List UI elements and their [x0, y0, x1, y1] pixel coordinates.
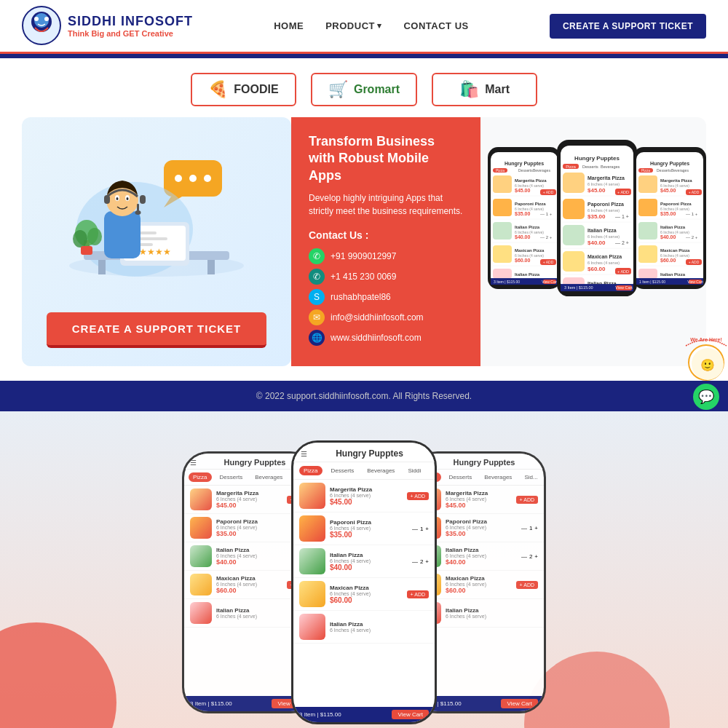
- cat-beverages-center: Beverages: [363, 466, 399, 475]
- contact-item-web: 🌐 www.siddhiinfosoft.com: [309, 330, 463, 346]
- svg-text:View Cart: View Cart: [615, 285, 633, 290]
- svg-text:$40.00: $40.00: [515, 234, 531, 240]
- food-serve: 6 Inches (4 serve): [330, 493, 403, 498]
- we-are-here-icon: 🙂: [691, 347, 724, 381]
- add-button[interactable]: + ADD: [516, 581, 538, 589]
- whatsapp-icon: ✆: [309, 248, 325, 264]
- header-support-btn[interactable]: CREATE A SUPPORT TICKET: [550, 14, 706, 39]
- svg-text:— 1 +: — 1 +: [686, 212, 698, 216]
- food-serve: 6 Inches (4 serve): [216, 525, 288, 530]
- svg-point-26: [135, 210, 141, 215]
- food-price: $45.00: [216, 502, 282, 509]
- svg-text:Desserts: Desserts: [582, 165, 598, 169]
- view-cart-btn[interactable]: View Cart: [501, 699, 538, 708]
- svg-text:$35.00: $35.00: [587, 213, 606, 220]
- svg-text:1 Item | $115.00: 1 Item | $115.00: [639, 280, 665, 284]
- food-name: Italian Pizza: [330, 621, 429, 628]
- create-ticket-button[interactable]: CREATE A SUPPORT TICKET: [47, 312, 266, 348]
- add-button[interactable]: + ADD: [407, 492, 429, 500]
- nav-contact[interactable]: CONTACT US: [403, 20, 468, 31]
- view-cart-btn[interactable]: View Cart: [392, 710, 429, 719]
- svg-rect-62: [493, 245, 512, 263]
- svg-text:+ ADD: + ADD: [543, 260, 554, 264]
- illustration-area: ★★★★★: [36, 132, 277, 305]
- food-details: Margerita Pizza 6 Inches (4 serve) $45.0…: [330, 486, 403, 506]
- food-name: Italian Pizza: [446, 547, 517, 553]
- food-details: Maxican Pizza 6 Inches (4 serve) $60.00: [330, 585, 403, 604]
- cat-desserts-center: Desserts: [327, 466, 359, 475]
- qty-control: —1+: [412, 526, 429, 532]
- food-image: [190, 545, 212, 567]
- svg-text:— 2 +: — 2 +: [686, 235, 698, 240]
- svg-text:Pizza: Pizza: [496, 168, 505, 173]
- food-price: $40.00: [446, 558, 517, 566]
- svg-text:$35.00: $35.00: [515, 211, 531, 217]
- food-serve: 6 Inches (4 serve): [446, 496, 512, 502]
- tab-mart[interactable]: 🛍️ Mart: [432, 73, 537, 106]
- contact-item-whatsapp: ✆ +91 9909012997: [309, 248, 463, 264]
- svg-rect-21: [104, 211, 141, 258]
- svg-text:Maxican Pizza: Maxican Pizza: [587, 254, 622, 259]
- add-button[interactable]: + ADD: [516, 496, 538, 504]
- contact-phone2: +1 415 230 0069: [331, 272, 396, 282]
- svg-rect-50: [493, 199, 512, 216]
- svg-text:$60.00: $60.00: [660, 258, 676, 264]
- svg-text:+ ADD: + ADD: [617, 190, 629, 194]
- svg-rect-25: [137, 204, 139, 211]
- food-name: Italian Pizza: [446, 607, 538, 614]
- svg-text:Beverages: Beverages: [533, 168, 550, 173]
- svg-text:Maxican Pizza: Maxican Pizza: [660, 248, 690, 253]
- svg-text:Italian Pizza: Italian Pizza: [587, 228, 617, 233]
- footer-copyright: © 2022 support.siddhiinfosoft.com. All R…: [256, 391, 472, 401]
- svg-rect-56: [493, 222, 512, 240]
- bottom-section: ☰ Hungry Pupptes Pizza Desserts Beverage…: [0, 411, 728, 728]
- svg-text:Desserts: Desserts: [518, 168, 533, 173]
- svg-rect-69: [493, 269, 512, 279]
- email-icon: ✉: [309, 309, 325, 325]
- skype-icon: S: [309, 289, 325, 305]
- food-serve: 6 Inches (4 serve): [446, 525, 517, 530]
- food-image: [299, 515, 325, 542]
- food-image: [190, 574, 212, 596]
- food-details: Maxican Pizza 6 Inches (4 serve) $60.00: [446, 575, 512, 594]
- svg-text:Margerita Pizza: Margerita Pizza: [660, 178, 692, 183]
- svg-rect-101: [563, 251, 585, 272]
- svg-point-4: [44, 17, 49, 21]
- food-serve: 6 Inches (4 serve): [330, 628, 429, 633]
- food-name: Paporoni Pizza: [216, 518, 288, 525]
- svg-text:Pizza: Pizza: [641, 168, 650, 173]
- svg-rect-140: [638, 245, 657, 263]
- svg-text:6 Inches (4 serve): 6 Inches (4 serve): [587, 234, 620, 239]
- svg-text:3 Item | $115.00: 3 Item | $115.00: [494, 280, 520, 284]
- bg-circle-left: [0, 622, 116, 728]
- svg-text:$35.00: $35.00: [660, 211, 676, 217]
- food-image: [190, 602, 212, 624]
- svg-text:Beverages: Beverages: [671, 168, 689, 173]
- chat-bubble-icon[interactable]: 💬: [693, 384, 719, 410]
- add-button[interactable]: + ADD: [407, 590, 429, 598]
- food-serve: 6 Inches (4 serve): [216, 553, 288, 558]
- food-name: Italian Pizza: [216, 547, 288, 553]
- nav-product[interactable]: PRODUCT: [325, 20, 381, 31]
- center-phone-screen: ☰ Hungry Pupptes Pizza Desserts Beverage…: [293, 443, 435, 722]
- nav-links: HOME PRODUCT CONTACT US: [274, 20, 469, 31]
- product-tabs: 🍕 FOODIE 🛒 Gromart 🛍️ Mart: [0, 58, 728, 117]
- svg-rect-147: [638, 269, 657, 279]
- tab-gromart[interactable]: 🛒 Gromart: [311, 73, 417, 106]
- food-image: [299, 581, 325, 607]
- svg-text:$45.00: $45.00: [515, 188, 531, 194]
- food-details: Paporoni Pizza 6 Inches (4 serve) $35.00: [330, 519, 408, 539]
- food-item-1-center: Margerita Pizza 6 Inches (4 serve) $45.0…: [293, 480, 435, 513]
- svg-text:Maxican Pizza: Maxican Pizza: [515, 248, 545, 253]
- food-serve: 6 Inches (4 serve): [330, 526, 408, 531]
- food-image: [190, 517, 212, 539]
- svg-text:Margerita Pizza: Margerita Pizza: [515, 178, 547, 183]
- svg-text:+ ADD: + ADD: [617, 269, 629, 274]
- right-phone-title: Hungry Pupptes: [430, 458, 538, 467]
- cat-side-right: Sid...: [520, 472, 542, 482]
- qty-control: —2+: [521, 553, 538, 560]
- we-are-here-badge: 🙂 We Are Here! 💬: [688, 344, 724, 410]
- food-serve: 6 Inches (4 serve): [446, 553, 517, 558]
- tab-foodie[interactable]: 🍕 FOODIE: [191, 73, 296, 106]
- nav-home[interactable]: HOME: [274, 20, 304, 31]
